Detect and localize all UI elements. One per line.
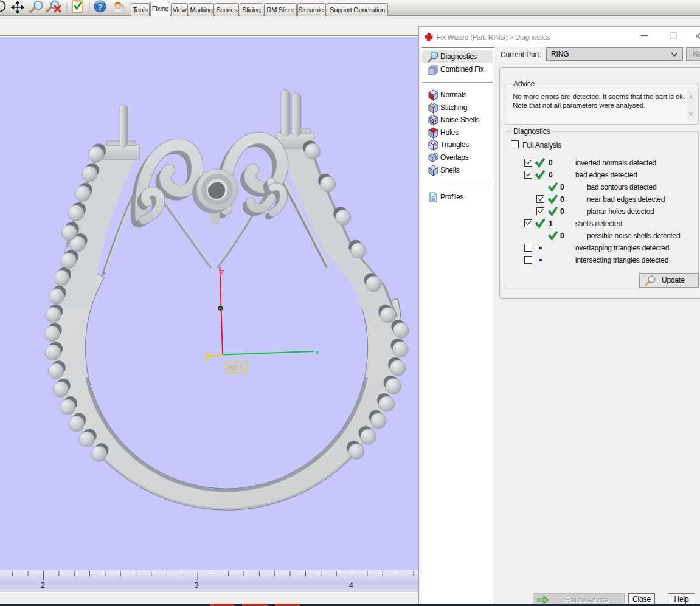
- svg-text:y: y: [205, 352, 209, 360]
- svg-text:WCS: WCS: [228, 364, 244, 371]
- svg-text:?: ?: [97, 2, 102, 12]
- svg-text:x: x: [316, 348, 319, 356]
- svg-text:z: z: [221, 268, 224, 275]
